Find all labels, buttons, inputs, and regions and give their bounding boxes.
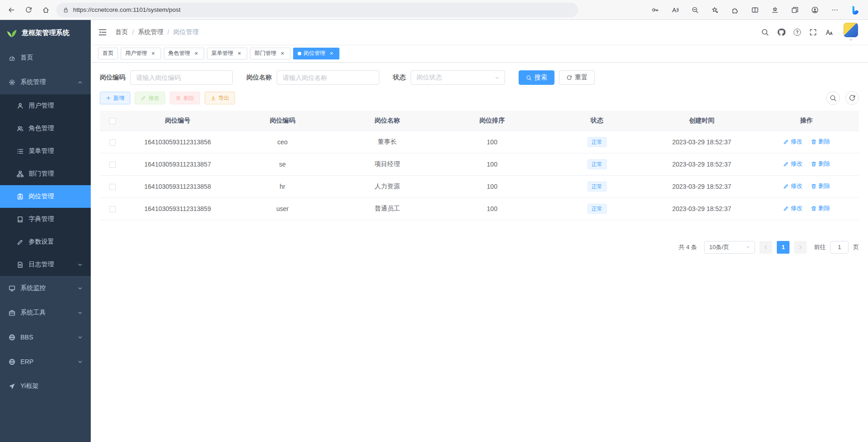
extensions-button[interactable]: [728, 3, 742, 17]
status-select[interactable]: 岗位状态: [411, 70, 505, 85]
breadcrumb-item[interactable]: 系统管理: [138, 28, 163, 36]
tab-0[interactable]: 首页: [98, 48, 118, 59]
row-delete-button[interactable]: 删除: [811, 138, 830, 146]
profile-button[interactable]: [808, 3, 822, 17]
sidebar-item-param[interactable]: 参数设置: [0, 231, 91, 253]
tab-3[interactable]: 菜单管理×: [207, 48, 247, 59]
sidebar-item-log[interactable]: 日志管理: [0, 253, 91, 276]
search-icon[interactable]: [761, 28, 769, 36]
sidebar-item-user[interactable]: 用户管理: [0, 94, 91, 117]
zoom-button[interactable]: [688, 3, 702, 17]
read-aloud-button[interactable]: [668, 3, 682, 17]
sidebar-item-dept[interactable]: 部门管理: [0, 162, 91, 185]
chevron-right-icon: [798, 245, 803, 250]
close-icon[interactable]: ×: [236, 50, 243, 57]
row-checkbox[interactable]: [109, 206, 116, 212]
close-icon[interactable]: ×: [193, 50, 200, 57]
collections-button[interactable]: [788, 3, 802, 17]
sidebar-item-tools[interactable]: 系统工具: [0, 300, 91, 325]
plus-icon: [106, 95, 111, 101]
hamburger-icon[interactable]: [98, 28, 107, 37]
download-icon: [211, 95, 216, 101]
row-edit-button[interactable]: 修改: [783, 204, 803, 212]
sidebar-item-post[interactable]: 岗位管理: [0, 185, 91, 208]
more-button[interactable]: [828, 3, 842, 17]
back-button[interactable]: [4, 3, 19, 17]
export-button[interactable]: 导出: [205, 92, 235, 104]
row-checkbox[interactable]: [109, 162, 116, 168]
row-checkbox[interactable]: [109, 184, 116, 190]
avatar[interactable]: [843, 23, 858, 37]
font-size-icon[interactable]: [825, 28, 834, 36]
close-icon[interactable]: ×: [279, 50, 286, 57]
row-edit-button[interactable]: 修改: [783, 138, 803, 146]
globe-icon: [9, 334, 15, 341]
row-edit-button[interactable]: 修改: [783, 182, 803, 190]
tab-2[interactable]: 角色管理×: [164, 48, 204, 59]
next-page-button[interactable]: [794, 241, 807, 254]
search-icon: [829, 94, 837, 102]
sidebar-item-monitor[interactable]: 系统监控: [0, 276, 91, 300]
favorite-add-button[interactable]: [708, 3, 722, 17]
reset-button[interactable]: 重置: [559, 70, 595, 85]
goto-page-input[interactable]: [830, 241, 848, 254]
pencil-icon: [783, 139, 789, 145]
key-button[interactable]: [648, 3, 662, 17]
row-edit-button[interactable]: 修改: [783, 160, 803, 168]
sidebar-item-label: ERP: [20, 358, 72, 365]
pencil-icon: [783, 183, 789, 189]
user-icon: [17, 103, 24, 109]
sidebar-item-label: 系统工具: [20, 309, 72, 317]
pencil-icon: [783, 206, 789, 211]
favorite-add-icon: [711, 6, 719, 14]
post-code-input[interactable]: [130, 70, 233, 85]
chevron-up-icon: [77, 79, 83, 86]
sidebar-item-home[interactable]: 首页: [0, 45, 91, 70]
sidebar-item-system[interactable]: 系统管理: [0, 70, 91, 94]
lock-icon: [63, 7, 69, 13]
sidebar-item-dict[interactable]: 字典管理: [0, 208, 91, 231]
sidebar-item-yi[interactable]: Yi框架: [0, 374, 91, 398]
select-all-checkbox[interactable]: [109, 118, 116, 124]
url-text: https://ccnetcore.com:1101/system/post: [73, 6, 181, 13]
row-delete-button[interactable]: 删除: [811, 204, 830, 212]
fullscreen-icon[interactable]: [809, 28, 817, 36]
close-icon[interactable]: ×: [150, 50, 157, 57]
delete-button[interactable]: 删除: [170, 92, 200, 104]
user-menu[interactable]: [843, 23, 858, 42]
close-icon[interactable]: ×: [328, 50, 335, 57]
github-icon[interactable]: [777, 28, 785, 36]
search-button[interactable]: 搜索: [519, 70, 554, 85]
home-button[interactable]: [38, 3, 54, 17]
tab-1[interactable]: 用户管理×: [121, 48, 161, 59]
refresh-button[interactable]: [21, 3, 36, 17]
row-checkbox[interactable]: [109, 139, 116, 146]
breadcrumb-item[interactable]: 首页: [115, 28, 128, 36]
post-name-input[interactable]: [277, 70, 379, 85]
tab-4[interactable]: 部门管理×: [250, 48, 290, 59]
sidebar-item-erp[interactable]: ERP: [0, 349, 91, 374]
refresh-icon: [566, 75, 572, 81]
row-delete-button[interactable]: 删除: [811, 182, 830, 190]
page-size-select[interactable]: 10条/页: [704, 241, 755, 254]
address-bar[interactable]: https://ccnetcore.com:1101/system/post: [56, 3, 578, 17]
toggle-search-button[interactable]: [826, 91, 840, 105]
page-1-button[interactable]: 1: [777, 241, 790, 254]
bing-button[interactable]: [848, 3, 862, 17]
tab-5[interactable]: 岗位管理×: [293, 48, 339, 59]
sidebar-item-menu[interactable]: 菜单管理: [0, 140, 91, 162]
add-button[interactable]: 新增: [100, 92, 130, 104]
refresh-table-button[interactable]: [845, 91, 859, 105]
prev-page-button[interactable]: [760, 241, 772, 254]
app-logo: 意框架管理系统: [0, 20, 91, 45]
back-icon: [8, 6, 15, 14]
favorites-bar-button[interactable]: [768, 3, 782, 17]
row-delete-button[interactable]: 删除: [811, 160, 830, 168]
trash-icon: [811, 183, 817, 189]
question-icon[interactable]: ?: [794, 29, 801, 36]
edit-button[interactable]: 修改: [135, 92, 165, 104]
refresh-icon: [25, 6, 32, 14]
sidebar-item-bbs[interactable]: BBS: [0, 325, 91, 349]
sidebar-item-role[interactable]: 角色管理: [0, 117, 91, 140]
split-screen-button[interactable]: [748, 3, 762, 17]
